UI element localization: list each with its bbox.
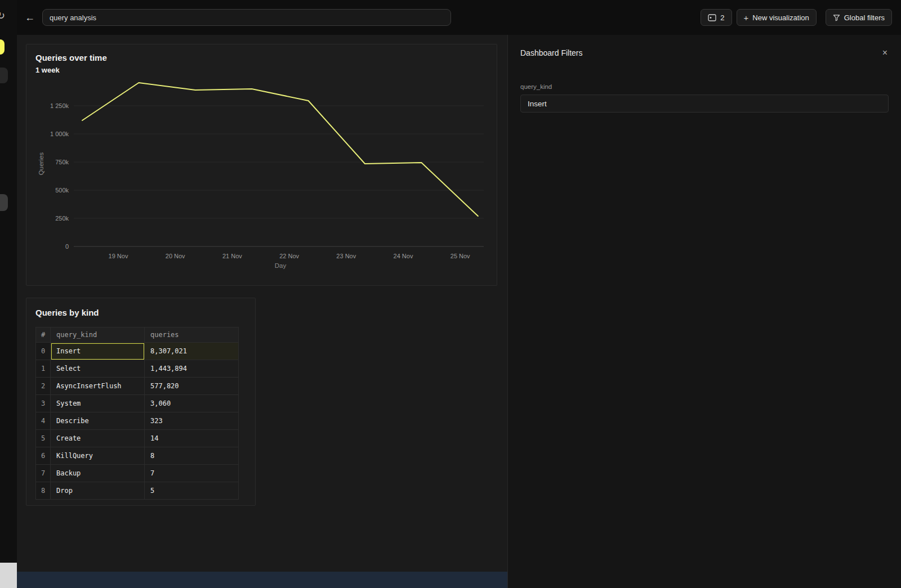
queries-table-body: 0Insert8,307,0211Select1,443,8942AsyncIn…	[36, 343, 239, 500]
bottom-bar	[17, 572, 507, 588]
plus-icon: +	[744, 14, 749, 22]
refresh-icon[interactable]: ↻	[0, 10, 5, 22]
rail-bottom-section	[0, 563, 17, 588]
dashboard-filters-panel: Dashboard Filters × query_kind	[507, 35, 901, 588]
query-kind-cell[interactable]: Insert	[51, 343, 145, 360]
table-row[interactable]: 0Insert8,307,021	[36, 343, 239, 360]
query-kind-cell[interactable]: Select	[51, 360, 145, 378]
table-row[interactable]: 8Drop5	[36, 482, 239, 500]
x-axis-label: Day	[275, 262, 287, 269]
table-row[interactable]: 1Select1,443,894	[36, 360, 239, 378]
queries-over-time-card: Queries over time 1 week 0250k500k750k1 …	[26, 44, 497, 286]
query-kind-cell[interactable]: Create	[51, 430, 145, 447]
y-tick-label: 500k	[55, 187, 69, 194]
x-tick-label: 25 Nov	[450, 253, 470, 259]
table-row[interactable]: 4Describe323	[36, 412, 239, 430]
row-index-cell: 8	[36, 482, 51, 500]
header-queries: queries	[145, 327, 239, 343]
table-row[interactable]: 3System3,060	[36, 395, 239, 412]
table-row[interactable]: 5Create14	[36, 430, 239, 447]
row-index-cell: 3	[36, 395, 51, 412]
row-index-cell: 0	[36, 343, 51, 360]
x-tick-label: 19 Nov	[109, 253, 128, 259]
x-tick-label: 20 Nov	[166, 253, 185, 259]
table-title: Queries by kind	[35, 308, 99, 317]
y-tick-label: 0	[65, 243, 69, 250]
queries-cell[interactable]: 323	[145, 412, 239, 430]
query-kind-cell[interactable]: AsyncInsertFlush	[51, 378, 145, 395]
row-index-cell: 7	[36, 465, 51, 482]
y-tick-label: 250k	[55, 215, 69, 222]
queries-cell[interactable]: 3,060	[145, 395, 239, 412]
row-index-cell: 2	[36, 378, 51, 395]
rail-item-active[interactable]	[0, 39, 5, 55]
x-tick-label: 22 Nov	[279, 253, 299, 259]
queries-line-chart[interactable]: 0250k500k750k1 000k1 250k19 Nov20 Nov21 …	[34, 79, 490, 276]
new-visualization-label: New visualization	[752, 14, 809, 22]
global-filters-label: Global filters	[844, 14, 885, 22]
query-kind-cell[interactable]: Drop	[51, 482, 145, 500]
y-axis-label: Queries	[38, 152, 44, 176]
row-index-cell: 6	[36, 447, 51, 465]
x-tick-label: 21 Nov	[222, 253, 242, 259]
back-button[interactable]: ←	[25, 12, 35, 23]
queries-cell[interactable]: 8	[145, 447, 239, 465]
y-tick-label: 750k	[55, 159, 69, 165]
row-index-cell: 5	[36, 430, 51, 447]
row-index-cell: 1	[36, 360, 51, 378]
x-tick-label: 24 Nov	[394, 253, 413, 259]
main-content: Queries over time 1 week 0250k500k750k1 …	[17, 35, 507, 588]
panel-icon	[708, 14, 716, 21]
header-query-kind: query_kind	[51, 327, 145, 343]
rail-item[interactable]	[0, 194, 8, 211]
queries-cell[interactable]: 8,307,021	[145, 343, 239, 360]
global-filters-button[interactable]: Global filters	[826, 9, 892, 26]
close-icon[interactable]: ×	[882, 48, 887, 57]
queries-cell[interactable]: 5	[145, 482, 239, 500]
query-kind-cell[interactable]: Backup	[51, 465, 145, 482]
table-row[interactable]: 7Backup7	[36, 465, 239, 482]
row-index-cell: 4	[36, 412, 51, 430]
query-kind-cell[interactable]: System	[51, 395, 145, 412]
x-tick-label: 23 Nov	[336, 253, 356, 259]
topbar-actions: 2 + New visualization Global filters	[701, 9, 892, 26]
rail-item[interactable]	[0, 68, 8, 83]
y-tick-label: 1 250k	[50, 102, 69, 109]
query-kind-filter-input[interactable]	[520, 95, 889, 113]
queries-table: # query_kind queries 0Insert8,307,0211Se…	[35, 327, 239, 500]
queries-cell[interactable]: 1,443,894	[145, 360, 239, 378]
queries-by-kind-card: Queries by kind # query_kind queries 0In…	[26, 298, 256, 506]
query-kind-cell[interactable]: Describe	[51, 412, 145, 430]
series-line	[82, 83, 478, 216]
visualization-count-button[interactable]: 2	[701, 9, 731, 26]
query-kind-cell[interactable]: KillQuery	[51, 447, 145, 465]
visualization-count: 2	[720, 14, 724, 22]
y-tick-label: 1 000k	[50, 131, 69, 137]
filters-panel-title: Dashboard Filters	[520, 48, 583, 57]
queries-cell[interactable]: 7	[145, 465, 239, 482]
filters-header: Dashboard Filters ×	[508, 35, 901, 57]
table-row[interactable]: 2AsyncInsertFlush577,820	[36, 378, 239, 395]
query-kind-label: query_kind	[520, 83, 889, 90]
header-index: #	[36, 327, 51, 343]
queries-cell[interactable]: 577,820	[145, 378, 239, 395]
filter-funnel-icon	[833, 14, 840, 21]
topbar: ← 2 + New visualization Global filters	[17, 0, 901, 35]
queries-cell[interactable]: 14	[145, 430, 239, 447]
queries-table-head: # query_kind queries	[36, 327, 239, 343]
table-header-row: # query_kind queries	[36, 327, 239, 343]
left-rail: ↻	[0, 0, 17, 588]
dashboard-title-input[interactable]	[42, 9, 451, 26]
chart-title: Queries over time	[35, 53, 107, 62]
table-row[interactable]: 6KillQuery8	[36, 447, 239, 465]
new-visualization-button[interactable]: + New visualization	[737, 9, 817, 26]
chart-subtitle: 1 week	[35, 66, 60, 74]
